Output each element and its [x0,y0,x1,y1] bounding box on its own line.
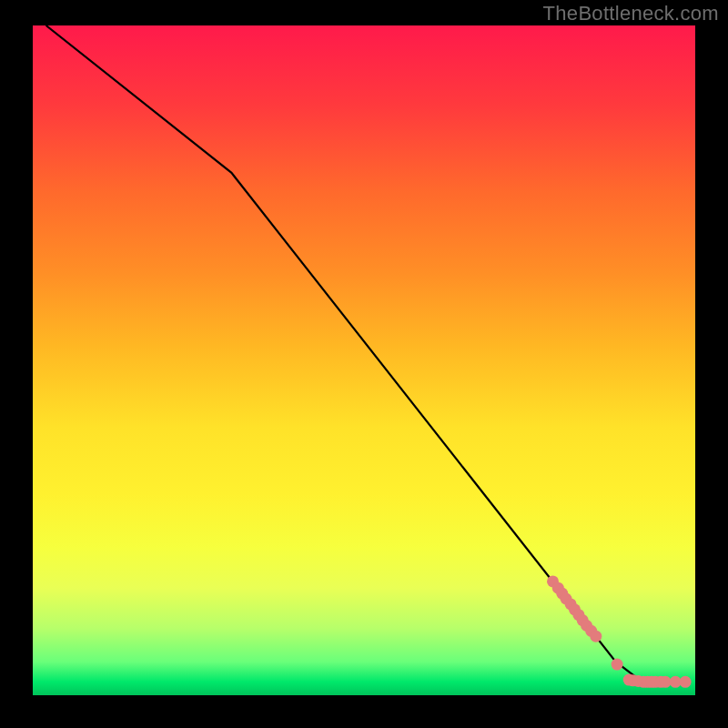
data-point [612,659,623,671]
data-point [680,676,692,688]
scatter-points [547,575,692,687]
data-point [590,631,602,642]
plot-area [33,25,695,695]
chart-svg [33,25,695,695]
chart-frame: TheBottleneck.com [0,0,728,728]
curve-line [46,25,676,682]
watermark-text: TheBottleneck.com [543,2,719,25]
